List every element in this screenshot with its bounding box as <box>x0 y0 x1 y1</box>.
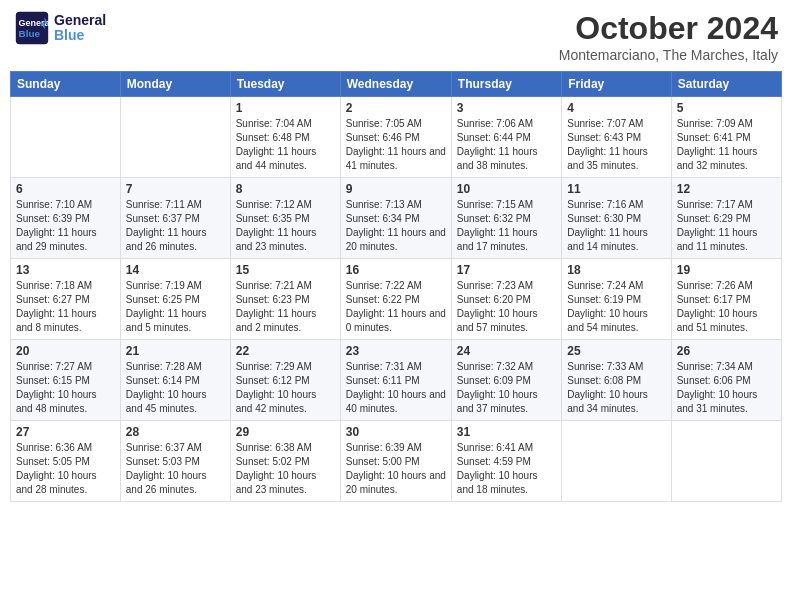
day-info: Sunrise: 7:06 AM Sunset: 6:44 PM Dayligh… <box>457 117 556 173</box>
calendar-cell: 23Sunrise: 7:31 AM Sunset: 6:11 PM Dayli… <box>340 340 451 421</box>
day-info: Sunrise: 7:33 AM Sunset: 6:08 PM Dayligh… <box>567 360 665 416</box>
calendar-cell: 14Sunrise: 7:19 AM Sunset: 6:25 PM Dayli… <box>120 259 230 340</box>
day-info: Sunrise: 7:31 AM Sunset: 6:11 PM Dayligh… <box>346 360 446 416</box>
calendar-table: SundayMondayTuesdayWednesdayThursdayFrid… <box>10 71 782 502</box>
day-info: Sunrise: 7:07 AM Sunset: 6:43 PM Dayligh… <box>567 117 665 173</box>
day-info: Sunrise: 7:18 AM Sunset: 6:27 PM Dayligh… <box>16 279 115 335</box>
day-info: Sunrise: 7:21 AM Sunset: 6:23 PM Dayligh… <box>236 279 335 335</box>
calendar-cell <box>562 421 671 502</box>
calendar-cell: 4Sunrise: 7:07 AM Sunset: 6:43 PM Daylig… <box>562 97 671 178</box>
day-number: 21 <box>126 344 225 358</box>
day-header-saturday: Saturday <box>671 72 781 97</box>
day-number: 20 <box>16 344 115 358</box>
calendar-cell: 10Sunrise: 7:15 AM Sunset: 6:32 PM Dayli… <box>451 178 561 259</box>
day-number: 27 <box>16 425 115 439</box>
day-info: Sunrise: 7:32 AM Sunset: 6:09 PM Dayligh… <box>457 360 556 416</box>
day-number: 19 <box>677 263 776 277</box>
calendar-cell: 20Sunrise: 7:27 AM Sunset: 6:15 PM Dayli… <box>11 340 121 421</box>
calendar-cell: 3Sunrise: 7:06 AM Sunset: 6:44 PM Daylig… <box>451 97 561 178</box>
day-header-wednesday: Wednesday <box>340 72 451 97</box>
day-info: Sunrise: 6:36 AM Sunset: 5:05 PM Dayligh… <box>16 441 115 497</box>
day-number: 13 <box>16 263 115 277</box>
day-number: 1 <box>236 101 335 115</box>
calendar-cell: 27Sunrise: 6:36 AM Sunset: 5:05 PM Dayli… <box>11 421 121 502</box>
day-number: 23 <box>346 344 446 358</box>
calendar-cell: 8Sunrise: 7:12 AM Sunset: 6:35 PM Daylig… <box>230 178 340 259</box>
calendar-cell: 1Sunrise: 7:04 AM Sunset: 6:48 PM Daylig… <box>230 97 340 178</box>
calendar-header-row: SundayMondayTuesdayWednesdayThursdayFrid… <box>11 72 782 97</box>
day-number: 9 <box>346 182 446 196</box>
day-info: Sunrise: 7:26 AM Sunset: 6:17 PM Dayligh… <box>677 279 776 335</box>
day-info: Sunrise: 7:22 AM Sunset: 6:22 PM Dayligh… <box>346 279 446 335</box>
day-number: 4 <box>567 101 665 115</box>
calendar-cell: 16Sunrise: 7:22 AM Sunset: 6:22 PM Dayli… <box>340 259 451 340</box>
day-number: 29 <box>236 425 335 439</box>
calendar-cell: 30Sunrise: 6:39 AM Sunset: 5:00 PM Dayli… <box>340 421 451 502</box>
day-info: Sunrise: 6:41 AM Sunset: 4:59 PM Dayligh… <box>457 441 556 497</box>
day-info: Sunrise: 7:12 AM Sunset: 6:35 PM Dayligh… <box>236 198 335 254</box>
day-header-sunday: Sunday <box>11 72 121 97</box>
calendar-cell <box>671 421 781 502</box>
day-info: Sunrise: 7:15 AM Sunset: 6:32 PM Dayligh… <box>457 198 556 254</box>
day-number: 30 <box>346 425 446 439</box>
calendar-cell: 13Sunrise: 7:18 AM Sunset: 6:27 PM Dayli… <box>11 259 121 340</box>
calendar-week-5: 27Sunrise: 6:36 AM Sunset: 5:05 PM Dayli… <box>11 421 782 502</box>
day-info: Sunrise: 7:17 AM Sunset: 6:29 PM Dayligh… <box>677 198 776 254</box>
day-info: Sunrise: 7:19 AM Sunset: 6:25 PM Dayligh… <box>126 279 225 335</box>
day-info: Sunrise: 7:27 AM Sunset: 6:15 PM Dayligh… <box>16 360 115 416</box>
day-number: 14 <box>126 263 225 277</box>
calendar-cell: 24Sunrise: 7:32 AM Sunset: 6:09 PM Dayli… <box>451 340 561 421</box>
title-block: October 2024 Montemarciano, The Marches,… <box>559 10 778 63</box>
day-header-friday: Friday <box>562 72 671 97</box>
day-number: 10 <box>457 182 556 196</box>
calendar-cell: 11Sunrise: 7:16 AM Sunset: 6:30 PM Dayli… <box>562 178 671 259</box>
day-info: Sunrise: 7:28 AM Sunset: 6:14 PM Dayligh… <box>126 360 225 416</box>
day-header-thursday: Thursday <box>451 72 561 97</box>
calendar-cell: 12Sunrise: 7:17 AM Sunset: 6:29 PM Dayli… <box>671 178 781 259</box>
day-number: 17 <box>457 263 556 277</box>
day-info: Sunrise: 6:37 AM Sunset: 5:03 PM Dayligh… <box>126 441 225 497</box>
calendar-cell: 26Sunrise: 7:34 AM Sunset: 6:06 PM Dayli… <box>671 340 781 421</box>
calendar-cell: 19Sunrise: 7:26 AM Sunset: 6:17 PM Dayli… <box>671 259 781 340</box>
day-info: Sunrise: 7:04 AM Sunset: 6:48 PM Dayligh… <box>236 117 335 173</box>
calendar-cell: 25Sunrise: 7:33 AM Sunset: 6:08 PM Dayli… <box>562 340 671 421</box>
day-number: 24 <box>457 344 556 358</box>
day-info: Sunrise: 6:39 AM Sunset: 5:00 PM Dayligh… <box>346 441 446 497</box>
day-info: Sunrise: 7:23 AM Sunset: 6:20 PM Dayligh… <box>457 279 556 335</box>
calendar-cell: 2Sunrise: 7:05 AM Sunset: 6:46 PM Daylig… <box>340 97 451 178</box>
day-info: Sunrise: 7:05 AM Sunset: 6:46 PM Dayligh… <box>346 117 446 173</box>
calendar-week-4: 20Sunrise: 7:27 AM Sunset: 6:15 PM Dayli… <box>11 340 782 421</box>
day-number: 28 <box>126 425 225 439</box>
logo-text-general: General <box>54 13 106 28</box>
month-title: October 2024 <box>559 10 778 47</box>
day-number: 15 <box>236 263 335 277</box>
calendar-cell: 22Sunrise: 7:29 AM Sunset: 6:12 PM Dayli… <box>230 340 340 421</box>
day-number: 16 <box>346 263 446 277</box>
day-header-monday: Monday <box>120 72 230 97</box>
logo: General Blue General Blue <box>14 10 106 46</box>
day-info: Sunrise: 7:13 AM Sunset: 6:34 PM Dayligh… <box>346 198 446 254</box>
day-header-tuesday: Tuesday <box>230 72 340 97</box>
day-info: Sunrise: 7:16 AM Sunset: 6:30 PM Dayligh… <box>567 198 665 254</box>
calendar-cell: 18Sunrise: 7:24 AM Sunset: 6:19 PM Dayli… <box>562 259 671 340</box>
logo-icon: General Blue <box>14 10 50 46</box>
calendar-cell: 31Sunrise: 6:41 AM Sunset: 4:59 PM Dayli… <box>451 421 561 502</box>
calendar-cell: 15Sunrise: 7:21 AM Sunset: 6:23 PM Dayli… <box>230 259 340 340</box>
calendar-cell: 7Sunrise: 7:11 AM Sunset: 6:37 PM Daylig… <box>120 178 230 259</box>
day-number: 5 <box>677 101 776 115</box>
calendar-cell <box>120 97 230 178</box>
calendar-cell: 9Sunrise: 7:13 AM Sunset: 6:34 PM Daylig… <box>340 178 451 259</box>
day-number: 25 <box>567 344 665 358</box>
calendar-week-1: 1Sunrise: 7:04 AM Sunset: 6:48 PM Daylig… <box>11 97 782 178</box>
calendar-week-2: 6Sunrise: 7:10 AM Sunset: 6:39 PM Daylig… <box>11 178 782 259</box>
day-info: Sunrise: 7:11 AM Sunset: 6:37 PM Dayligh… <box>126 198 225 254</box>
calendar-cell: 6Sunrise: 7:10 AM Sunset: 6:39 PM Daylig… <box>11 178 121 259</box>
day-number: 12 <box>677 182 776 196</box>
day-number: 26 <box>677 344 776 358</box>
day-number: 18 <box>567 263 665 277</box>
day-number: 11 <box>567 182 665 196</box>
svg-text:Blue: Blue <box>19 28 41 39</box>
day-number: 2 <box>346 101 446 115</box>
logo-text-blue: Blue <box>54 28 106 43</box>
day-info: Sunrise: 7:29 AM Sunset: 6:12 PM Dayligh… <box>236 360 335 416</box>
